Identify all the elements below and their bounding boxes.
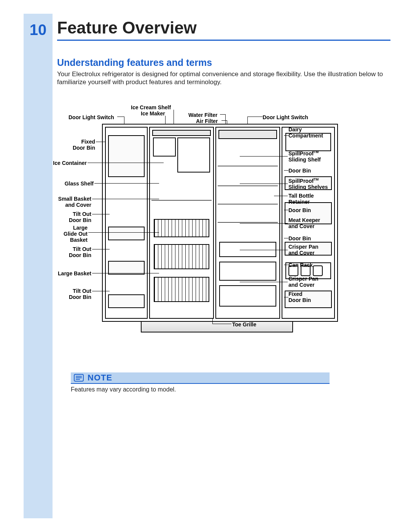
label-door-light-switch-right: Door Light Switch [263, 114, 308, 120]
crisper-pan [219, 285, 276, 307]
lead [117, 117, 124, 117]
label-crisper-pan-and-cover-2: Crisper Panand Cover [288, 276, 319, 288]
label-glass-shelf: Glass Shelf [52, 181, 94, 187]
note-text: Features may vary according to model. [71, 384, 330, 393]
intro-paragraph: Your Electrolux refrigerator is designed… [57, 70, 390, 86]
ice-cream-shelf [152, 130, 211, 136]
lead [240, 223, 288, 224]
lead [92, 273, 159, 273]
can [313, 265, 323, 276]
lead [284, 135, 288, 136]
page-title: Feature Overview [57, 18, 197, 37]
sliding-shelf [218, 222, 278, 223]
section-heading: Understanding features and terms [57, 57, 212, 68]
label-water-filter: Water Filter [188, 112, 218, 118]
lead [240, 156, 288, 157]
label-can-rack: Can Rack [288, 262, 313, 268]
label-crisper-pan-and-cover-1: Crisper Panand Cover [288, 244, 319, 256]
label-meat-keeper-and-cover: Meat Keeperand Cover [288, 217, 320, 229]
lead [92, 291, 110, 291]
label-tilt-out-door-bin-3: Tilt OutDoor Bin [57, 288, 91, 300]
meat-keeper [219, 242, 276, 257]
crisper-pan [219, 262, 276, 281]
label-ice-maker: Ice Maker [141, 110, 165, 117]
note-header: NOTE [71, 372, 330, 384]
lead [92, 249, 110, 249]
label-door-bin-2: Door Bin [288, 207, 311, 213]
ice-container [177, 137, 210, 173]
freezer-door [105, 127, 148, 319]
label-door-bin-1: Door Bin [288, 168, 311, 174]
label-fixed-door-bin-right: FixedDoor Bin [288, 291, 311, 303]
lead [88, 163, 164, 163]
label-tilt-out-door-bin-2: Tilt OutDoor Bin [57, 246, 91, 258]
large-basket [154, 277, 209, 302]
label-tilt-out-door-bin-1: Tilt OutDoor Bin [57, 211, 91, 223]
lead [96, 142, 106, 142]
sidebar-strip [24, 14, 53, 518]
lead [92, 214, 110, 214]
label-ice-cream-shelf: Ice Cream Shelf [131, 104, 171, 110]
lead [94, 183, 159, 184]
tilt-out-bin [108, 227, 145, 240]
fridge-diagram: Ice Cream Shelf Ice Maker Door Light Swi… [57, 103, 390, 350]
lead [221, 120, 227, 121]
label-door-bin-3: Door Bin [288, 235, 311, 241]
lead [240, 250, 288, 250]
label-toe-grille: Toe Grille [232, 321, 256, 328]
lead [284, 170, 288, 171]
lead [88, 232, 159, 233]
sliding-shelf [218, 204, 278, 204]
lead [212, 324, 231, 324]
ice-dispenser-panel [108, 135, 145, 177]
small-basket [154, 219, 209, 237]
lead [247, 117, 263, 117]
label-large-glide-out-basket: LargeGlide OutBasket [53, 225, 88, 243]
label-ice-container: Ice Container [45, 160, 87, 166]
ice-maker-box [153, 137, 176, 157]
fridge-interior [215, 127, 280, 319]
large-glide-out-basket [154, 244, 209, 269]
lead [220, 114, 225, 115]
note-icon [74, 374, 84, 382]
lead [240, 184, 288, 184]
label-spillproof-sliding-shelves: SpillProofTMSliding Shelves [288, 177, 328, 190]
lead [284, 265, 288, 265]
lead [212, 318, 213, 324]
lead [240, 282, 288, 282]
sliding-shelf [218, 185, 278, 186]
filter-housing [218, 130, 277, 139]
label-spillproof-sliding-shelf: SpillProofTMSliding Shelf [288, 150, 321, 163]
label-fixed-door-bin-left: FixedDoor Bin [53, 139, 95, 151]
label-small-basket-and-cover: Small Basketand Cover [46, 196, 91, 208]
label-door-light-switch-left: Door Light Switch [68, 114, 114, 120]
tilt-out-bin [108, 294, 145, 308]
lead [92, 199, 159, 199]
note-heading: NOTE [88, 373, 112, 383]
label-tall-bottle-retainer: Tall BottleRetainer [288, 193, 314, 205]
lead [284, 210, 288, 210]
label-large-basket: Large Basket [46, 270, 91, 276]
title-rule [57, 40, 390, 41]
label-air-filter: Air Filter [196, 118, 218, 124]
lead [284, 238, 288, 238]
page-number: 10 [24, 21, 53, 38]
label-dairy-compartment: DairyCompartment [288, 126, 323, 139]
freezer-interior [149, 127, 214, 319]
note-block: NOTE Features may vary according to mode… [71, 372, 330, 393]
glass-shelf-line [151, 200, 212, 201]
sliding-shelf [218, 166, 278, 166]
lead [274, 196, 288, 196]
tilt-out-bin [108, 261, 145, 275]
lead [284, 297, 288, 297]
